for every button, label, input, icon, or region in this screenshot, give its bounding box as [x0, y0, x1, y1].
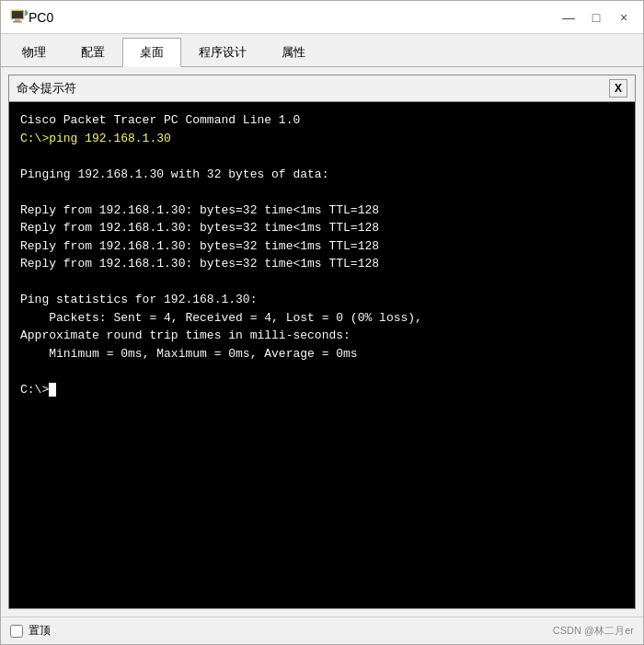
pin-checkbox[interactable]	[10, 625, 23, 638]
close-button[interactable]: ×	[614, 7, 634, 28]
content-area: 命令提示符 X Cisco Packet Tracer PC Command L…	[1, 67, 643, 616]
main-window: PC0 — □ × 物理 配置 桌面 程序设计 属性 命令提示符 X Cisco…	[0, 0, 644, 645]
svg-rect-3	[12, 11, 23, 18]
watermark: CSDN @林二月er	[553, 624, 634, 638]
svg-rect-2	[13, 21, 22, 23]
tab-programming[interactable]: 程序设计	[181, 38, 264, 66]
footer-left: 置顶	[10, 623, 51, 639]
command-line: C:\>ping 192.168.1.30	[20, 132, 171, 145]
footer: 置顶 CSDN @林二月er	[1, 616, 643, 644]
tab-config[interactable]: 配置	[63, 38, 122, 66]
terminal-output: Cisco Packet Tracer PC Command Line 1.0 …	[20, 111, 624, 398]
cmd-close-button[interactable]: X	[609, 79, 627, 98]
cmd-terminal[interactable]: Cisco Packet Tracer PC Command Line 1.0 …	[9, 102, 635, 608]
pin-label: 置顶	[29, 623, 51, 639]
tab-properties[interactable]: 属性	[264, 38, 323, 66]
title-bar: PC0 — □ ×	[1, 1, 643, 34]
title-controls: — □ ×	[558, 7, 634, 28]
cmd-panel: 命令提示符 X Cisco Packet Tracer PC Command L…	[8, 75, 636, 609]
minimize-button[interactable]: —	[558, 7, 579, 28]
tab-desktop[interactable]: 桌面	[122, 38, 181, 67]
cursor	[49, 383, 56, 397]
cmd-title: 命令提示符	[17, 80, 76, 97]
pc-icon	[10, 8, 29, 27]
window-title: PC0	[29, 10, 558, 25]
svg-rect-1	[15, 19, 20, 21]
tab-physics[interactable]: 物理	[5, 38, 63, 66]
tab-bar: 物理 配置 桌面 程序设计 属性	[1, 34, 643, 67]
maximize-button[interactable]: □	[586, 7, 606, 28]
cmd-header: 命令提示符 X	[9, 75, 635, 102]
